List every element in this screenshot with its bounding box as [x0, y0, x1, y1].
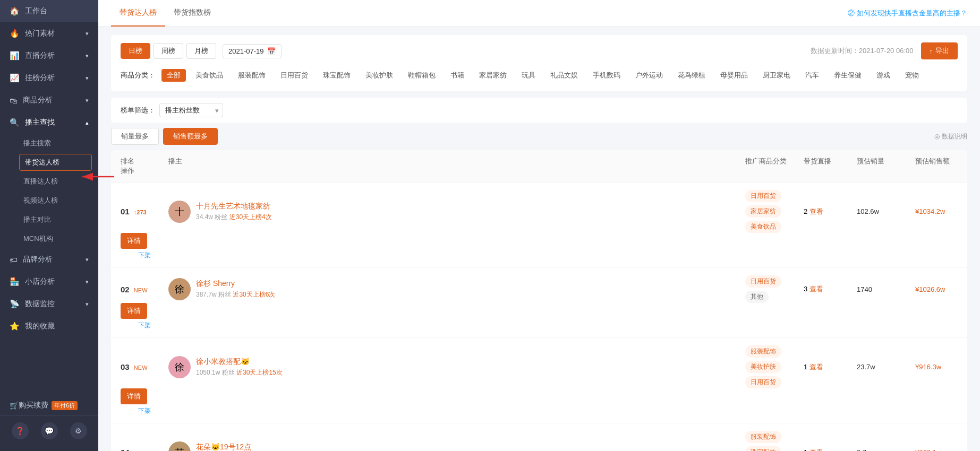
list-filter-select[interactable]: 播主粉丝数 带货销量 带货销售额	[159, 103, 223, 117]
purchase-badge: 年付6折	[52, 401, 78, 410]
check-link-3[interactable]: 查看	[809, 363, 823, 371]
period-daily[interactable]: 日榜	[121, 43, 150, 59]
sidebar-item-shop[interactable]: 🏪 小店分析 ▾	[0, 271, 98, 293]
check-link-1[interactable]: 查看	[809, 207, 823, 215]
period-monthly[interactable]: 月榜	[186, 43, 216, 59]
cat-kitchen[interactable]: 厨卫家电	[757, 69, 796, 82]
cat-books[interactable]: 书籍	[445, 69, 470, 82]
sidebar-item-streamer-search[interactable]: 播主搜索	[0, 134, 98, 153]
live-cell-4: 1 查看	[804, 448, 857, 452]
sidebar-item-mcn[interactable]: MCN机构	[0, 229, 98, 248]
cat-beauty[interactable]: 美妆护肤	[360, 69, 398, 82]
cat-jewelry[interactable]: 珠宝配饰	[318, 69, 356, 82]
est-revenue-1: ¥1034.2w	[915, 207, 958, 215]
cat-health[interactable]: 养生保健	[829, 69, 867, 82]
chat-icon[interactable]: 💬	[41, 422, 58, 439]
data-note-text: 数据说明	[942, 132, 967, 141]
data-note[interactable]: ◎ 数据说明	[934, 132, 967, 141]
cat-outdoor[interactable]: 户外运动	[630, 69, 668, 82]
sidebar-item-streamer-find[interactable]: 🔍 播主查找 ▴	[0, 111, 98, 134]
cat-baby[interactable]: 母婴用品	[715, 69, 753, 82]
cat-bags[interactable]: 鞋帽箱包	[403, 69, 441, 82]
category-tags-4: 服装配饰 珠宝配饰 鞋帽箱包	[745, 431, 804, 451]
sidebar-item-live-rank[interactable]: 直播达人榜	[0, 172, 98, 191]
col-est-sales: 预估销量	[857, 157, 915, 166]
streamer-cell-1: 十 十月先生艺术地毯家纺 34.4w 粉丝 近30天上榜4次	[168, 201, 317, 223]
calendar-icon: 📅	[267, 47, 276, 55]
sidebar-item-video-rank[interactable]: 视频达人榜	[0, 191, 98, 210]
sidebar-label-streamer: 播主查找	[25, 118, 55, 127]
detail-btn-1[interactable]: 详情	[121, 233, 147, 249]
ctag-2-1: 日用百货	[745, 275, 781, 288]
streamer-name-3[interactable]: 徐小米教搭配🐱	[196, 357, 283, 367]
cat-digital[interactable]: 手机数码	[587, 69, 626, 82]
chevron-down-icon: ▾	[86, 97, 89, 104]
cat-pet[interactable]: 宠物	[900, 69, 924, 82]
streamer-name-2[interactable]: 徐杉 Sherry	[196, 279, 275, 289]
sidebar-item-goods-rank[interactable]: 带货达人榜	[19, 154, 92, 171]
help-link[interactable]: ② 如何发现快手直播含金量高的主播？	[848, 8, 967, 18]
brand-icon: 🏷	[10, 255, 18, 264]
period-weekly[interactable]: 周榜	[154, 43, 183, 59]
sidebar-item-product-analysis[interactable]: 🛍 商品分析 ▾	[0, 89, 98, 111]
date-picker[interactable]: 2021-07-19 📅	[223, 44, 282, 58]
cat-toys[interactable]: 玩具	[516, 69, 541, 82]
sidebar-label-workbench: 工作台	[25, 6, 47, 16]
check-link-4[interactable]: 查看	[809, 448, 823, 452]
streamer-name-4[interactable]: 花朵🐱19号12点	[196, 443, 275, 452]
sidebar-label-rank: 挂榜分析	[25, 73, 55, 83]
rank-cell-1: 01 ↑273	[121, 207, 168, 216]
cat-clothing[interactable]: 服装配饰	[233, 69, 271, 82]
streamer-cell-2: 徐 徐杉 Sherry 387.7w 粉丝 近30天上榜6次	[168, 278, 317, 300]
streamer-info-3: 徐小米教搭配🐱 1050.1w 粉丝 近30天上榜15次	[196, 357, 283, 377]
streamer-name-1[interactable]: 十月先生艺术地毯家纺	[196, 202, 272, 211]
export-button[interactable]: ↑ 导出	[921, 42, 958, 59]
cat-auto[interactable]: 汽车	[800, 69, 824, 82]
sidebar-purchase[interactable]: 🛒 购买续费 年付6折	[0, 395, 98, 415]
sort-by-sales[interactable]: 销量最多	[111, 128, 159, 145]
col-categories: 推广商品分类	[745, 157, 804, 166]
est-sales-4: 8.7w	[857, 448, 915, 451]
cat-gifts[interactable]: 礼品文娱	[545, 69, 583, 82]
top30-badge-2: 近30天上榜6次	[233, 291, 275, 298]
hot-icon: 🔥	[10, 29, 20, 38]
offline-link-1[interactable]: 下架	[121, 251, 168, 260]
tab-goods-index[interactable]: 带货指数榜	[165, 0, 219, 27]
sidebar-item-workbench[interactable]: 🏠 工作台	[0, 0, 98, 22]
sidebar-item-live-analysis[interactable]: 📊 直播分析 ▾	[0, 45, 98, 67]
monitor-icon: 📡	[10, 299, 20, 309]
cat-food[interactable]: 美食饮品	[190, 69, 228, 82]
date-filter-row: 日榜 周榜 月榜 2021-07-19 📅 数据更新时间：2021-07-20 …	[121, 42, 958, 59]
sidebar-item-brand[interactable]: 🏷 品牌分析 ▾	[0, 248, 98, 271]
sidebar-sub-label-goods: 带货达人榜	[25, 158, 59, 166]
tab-goods-rank[interactable]: 带货达人榜	[111, 0, 165, 27]
sidebar-item-streamer-compare[interactable]: 播主对比	[0, 210, 98, 229]
cat-home[interactable]: 家居家纺	[474, 69, 512, 82]
sidebar-item-rank-analysis[interactable]: 📈 挂榜分析 ▾	[0, 67, 98, 89]
settings-icon[interactable]: ⚙	[70, 422, 87, 439]
list-filter-container: 榜单筛选： 播主粉丝数 带货销量 带货销售额	[111, 98, 967, 123]
help-icon[interactable]: ❓	[12, 422, 29, 439]
detail-btn-3[interactable]: 详情	[121, 388, 147, 404]
streamer-meta-3: 1050.1w 粉丝 近30天上榜15次	[196, 368, 283, 377]
category-tags-1: 日用百货 家居家纺 美食饮品	[745, 190, 804, 233]
rank-cell-3: 03 NEW	[121, 362, 168, 371]
circle-icon: ◎	[934, 133, 940, 140]
update-time: 数据更新时间：2021-07-20 06:00	[811, 46, 914, 56]
sort-by-revenue[interactable]: 销售额最多	[163, 128, 218, 145]
cat-plants[interactable]: 花鸟绿植	[672, 69, 711, 82]
offline-link-3[interactable]: 下架	[121, 406, 168, 415]
cat-all[interactable]: 全部	[161, 69, 186, 82]
sidebar-item-data-monitor[interactable]: 📡 数据监控 ▾	[0, 293, 98, 315]
detail-btn-2[interactable]: 详情	[121, 303, 147, 319]
check-link-2[interactable]: 查看	[809, 285, 823, 293]
cat-daily[interactable]: 日用百货	[275, 69, 313, 82]
offline-link-2[interactable]: 下架	[121, 321, 168, 330]
tab-goods-index-label: 带货指数榜	[174, 8, 211, 18]
sidebar-label-hot: 热门素材	[25, 29, 55, 38]
cat-games[interactable]: 游戏	[871, 69, 896, 82]
sidebar-item-hot-material[interactable]: 🔥 热门素材 ▾	[0, 22, 98, 45]
sidebar-item-collection[interactable]: ⭐ 我的收藏	[0, 315, 98, 337]
table-row: 02 NEW 徐 徐杉 Sherry 387.7w 粉丝 近30天上榜6次 日用…	[111, 268, 967, 338]
workbench-icon: 🏠	[10, 6, 20, 16]
